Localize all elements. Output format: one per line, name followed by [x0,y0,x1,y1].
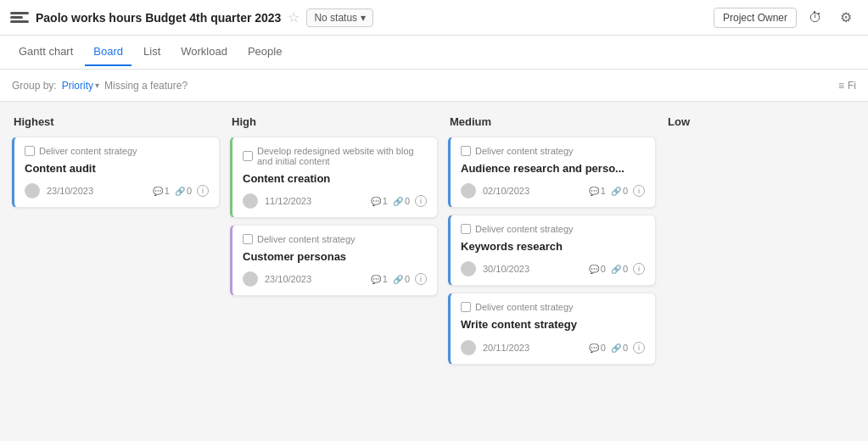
column-header-high: High [230,115,438,128]
settings-icon[interactable]: ⚙ [834,6,858,30]
card-meta: 1 0 i [589,185,645,197]
link-num: 0 [623,264,628,274]
card-title: Write content strategy [461,317,645,332]
tab-list[interactable]: List [135,38,169,66]
comment-num: 1 [165,186,170,196]
card-date: 02/10/2023 [483,186,529,196]
card-tag-label: Deliver content strategy [475,224,574,234]
avatar [243,271,258,287]
card-tag: Deliver content strategy [243,234,427,244]
card-keywords-research[interactable]: Deliver content strategy Keywords resear… [448,215,656,286]
comment-icon [371,196,381,206]
comment-icon [371,274,381,284]
priority-filter-button[interactable]: Priority ▾ [62,80,99,92]
toolbar-right: ≡ Fi [838,80,856,92]
column-highest: Highest Deliver content strategy Content… [12,115,220,427]
comment-num: 0 [601,343,606,353]
tab-board[interactable]: Board [85,38,132,66]
link-icon [611,186,621,196]
link-count: 0 [611,186,628,196]
card-tag-label: Develop redesigned website with blog and… [257,146,427,166]
avatar [25,183,40,198]
card-tag: Deliver content strategy [461,224,645,234]
tab-gantt-chart[interactable]: Gantt chart [10,38,81,66]
card-tag: Develop redesigned website with blog and… [243,146,427,166]
link-icon [611,264,621,274]
top-bar-right: Project Owner ⏱ ⚙ [714,6,858,30]
column-header-highest: Highest [12,115,220,128]
card-date: 30/10/2023 [483,264,529,274]
card-footer: 23/10/2023 1 0 i [243,271,427,287]
link-num: 0 [187,186,192,196]
avatar [461,183,476,198]
comment-count: 1 [371,196,388,206]
card-title: Customer personas [243,249,427,265]
column-header-medium: Medium [448,115,656,128]
task-icon [25,146,35,156]
history-icon[interactable]: ⏱ [804,6,827,30]
column-header-low: Low [666,115,868,128]
card-meta: 1 0 i [371,195,427,207]
card-content-creation[interactable]: Develop redesigned website with blog and… [230,137,438,218]
comment-count: 0 [589,343,606,353]
tab-workload[interactable]: Workload [172,38,236,66]
link-icon [393,274,403,284]
tab-people[interactable]: People [239,38,290,66]
card-footer: 20/11/2023 0 0 i [461,340,645,355]
card-date: 11/12/2023 [265,196,311,206]
card-date: 23/10/2023 [47,186,93,196]
filter-icon[interactable]: ≡ [838,80,844,92]
link-icon [611,343,621,353]
group-by-label: Group by: [12,80,57,92]
card-tag: Deliver content strategy [461,302,645,312]
toolbar-left: Group by: Priority ▾ Missing a feature? [12,80,188,92]
comment-icon [589,186,599,196]
link-count: 0 [611,264,628,274]
card-meta: 1 0 i [153,185,209,197]
missing-feature-link[interactable]: Missing a feature? [104,80,188,92]
link-icon [393,196,403,206]
info-icon[interactable]: i [415,273,427,285]
card-write-content-strategy[interactable]: Deliver content strategy Write content s… [448,293,656,364]
link-count: 0 [611,343,628,353]
column-medium: Medium Deliver content strategy Audience… [448,115,656,427]
info-icon[interactable]: i [633,185,645,197]
status-badge[interactable]: No status ▾ [306,8,373,27]
card-footer: 30/10/2023 0 0 i [461,261,645,276]
info-icon[interactable]: i [415,195,427,207]
priority-label: Priority [62,80,93,92]
top-bar: Paolo works hours Budget 4th quarter 202… [0,0,868,36]
link-num: 0 [623,343,628,353]
info-icon[interactable]: i [197,185,209,197]
card-footer: 11/12/2023 1 0 i [243,193,427,209]
project-owner-button[interactable]: Project Owner [714,8,797,28]
info-icon[interactable]: i [633,342,645,354]
avatar [243,193,258,209]
comment-count: 1 [153,186,170,196]
card-tag: Deliver content strategy [461,146,645,156]
card-tag-label: Deliver content strategy [475,302,574,312]
link-count: 0 [393,274,410,284]
comment-icon [589,264,599,274]
comment-icon [589,343,599,353]
toolbar: Group by: Priority ▾ Missing a feature? … [0,70,868,102]
card-footer: 02/10/2023 1 0 i [461,183,645,198]
link-num: 0 [623,186,628,196]
priority-chevron: ▾ [95,81,99,90]
comment-num: 1 [601,186,606,196]
link-icon [175,186,185,196]
comment-count: 1 [371,274,388,284]
card-meta: 1 0 i [371,273,427,285]
comment-count: 0 [589,264,606,274]
card-customer-personas[interactable]: Deliver content strategy Customer person… [230,225,438,296]
star-icon[interactable]: ☆ [288,9,300,25]
column-low: Low [666,115,868,427]
card-content-audit[interactable]: Deliver content strategy Content audit 2… [12,137,220,208]
comment-num: 1 [383,274,388,284]
card-audience-research[interactable]: Deliver content strategy Audience resear… [448,137,656,208]
top-bar-left: Paolo works hours Budget 4th quarter 202… [10,8,373,27]
info-icon[interactable]: i [633,263,645,275]
avatar [461,261,476,276]
card-tag: Deliver content strategy [25,146,209,156]
task-icon [461,302,471,312]
